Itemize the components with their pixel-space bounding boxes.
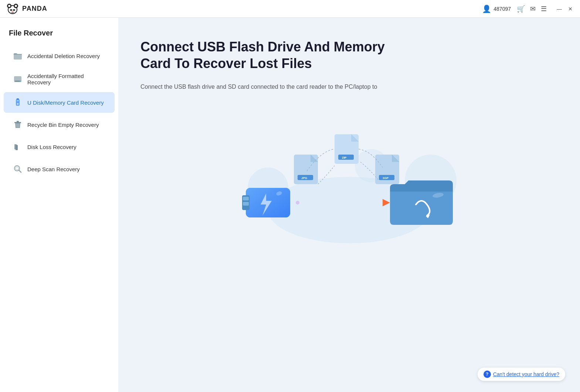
svg-rect-13 [17,98,19,100]
recycle-icon [13,119,23,130]
user-id: 487097 [493,6,511,12]
sidebar-item-deep-scan[interactable]: Deep Scan Recovery [4,159,115,179]
svg-point-11 [20,81,20,81]
sidebar: File Recover Accidental Deletion Recover… [0,18,118,392]
sidebar-item-label: Accidental Deletion Recovery [27,53,100,59]
svg-point-36 [296,201,299,205]
svg-text:3GP: 3GP [383,176,389,180]
title-bar: PANDA 👤 487097 🛒 ✉ ☰ — ✕ [0,0,580,18]
user-info: 👤 487097 [482,4,511,13]
sidebar-item-accidentally-formatted[interactable]: Accidentally Formatted Recovery [4,68,115,91]
close-button[interactable]: ✕ [567,5,574,13]
svg-point-7 [11,11,14,12]
panda-logo [6,2,19,16]
logo-area: PANDA [6,2,47,16]
svg-point-3 [8,5,10,7]
menu-icon[interactable]: ☰ [541,5,547,13]
sidebar-item-recycle-bin[interactable]: Recycle Bin Empty Recovery [4,114,115,135]
minimize-button[interactable]: — [556,5,563,13]
scan-icon [13,164,23,174]
content-title: Connect USB Flash Drive And Memory Card … [140,38,399,72]
usb-recovery-illustration: JPG ZIP 3GP [224,107,475,247]
svg-point-4 [15,5,17,7]
usb-icon [13,97,23,108]
logo-text: PANDA [22,5,47,13]
user-avatar-icon: 👤 [482,4,491,13]
sidebar-item-u-disk-memory[interactable]: U Disk/Memory Card Recovery [4,92,115,113]
svg-rect-15 [14,122,21,123]
sidebar-item-label: Accidentally Formatted Recovery [27,73,106,85]
help-icon: ? [484,371,491,378]
illustration: JPG ZIP 3GP [140,107,558,247]
title-bar-icons: 🛒 ✉ ☰ [517,5,547,13]
svg-text:ZIP: ZIP [342,156,347,159]
cart-icon[interactable]: 🛒 [517,5,525,13]
title-bar-right: 👤 487097 🛒 ✉ ☰ — ✕ [482,4,574,13]
svg-rect-16 [17,121,19,122]
sidebar-title: File Recover [0,25,118,45]
main-layout: File Recover Accidental Deletion Recover… [0,18,580,392]
svg-rect-21 [16,145,18,150]
svg-rect-8 [14,54,22,60]
svg-rect-33 [243,202,249,206]
svg-rect-14 [17,100,19,101]
window-controls: — ✕ [556,5,574,13]
sidebar-item-label: Disk Loss Recovery [27,144,77,150]
content-area: Connect USB Flash Drive And Memory Card … [118,18,580,392]
disk-icon [13,142,23,152]
sidebar-item-disk-loss[interactable]: Disk Loss Recovery [4,136,115,157]
svg-text:JPG: JPG [301,176,307,180]
folder-icon [13,51,23,61]
svg-rect-32 [243,197,249,200]
svg-point-24 [16,167,18,170]
sidebar-item-label: Recycle Bin Empty Recovery [27,122,99,128]
svg-line-23 [19,170,21,172]
help-link-text[interactable]: Can't detect your hard drive? [493,371,559,377]
sidebar-item-label: U Disk/Memory Card Recovery [27,99,104,106]
drive-icon [13,74,23,84]
svg-point-5 [10,9,12,11]
content-description: Connect the USB flash drive and SD card … [140,82,414,92]
sidebar-item-label: Deep Scan Recovery [27,166,80,172]
mail-icon[interactable]: ✉ [530,5,536,13]
help-link[interactable]: ? Can't detect your hard drive? [478,368,565,381]
svg-point-6 [13,9,15,11]
sidebar-item-accidental-deletion[interactable]: Accidental Deletion Recovery [4,45,115,66]
